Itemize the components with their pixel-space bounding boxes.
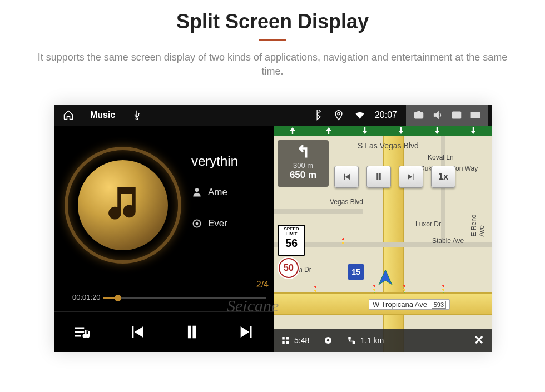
- sim-controls: 1x: [334, 166, 455, 188]
- road: [383, 126, 404, 352]
- svg-point-2: [418, 114, 420, 117]
- svg-point-8: [196, 222, 199, 225]
- app-label: Music: [90, 110, 115, 120]
- track-current[interactable]: verythin: [191, 146, 274, 177]
- poi-label: Luxor Dr: [415, 220, 441, 228]
- traffic-light-icon: [402, 284, 412, 294]
- traffic-light-icon: [341, 237, 351, 247]
- wifi-icon: [354, 109, 366, 121]
- close-app-icon[interactable]: [447, 107, 466, 123]
- street-label: S Las Vegas Blvd: [358, 141, 419, 150]
- lane-strip: [274, 126, 492, 136]
- gps-cursor-icon: [375, 268, 395, 290]
- svg-rect-9: [282, 337, 285, 340]
- turn-distance-1: 300 m: [278, 161, 329, 170]
- clock: 20:07: [375, 110, 397, 120]
- eta[interactable]: 5:48: [274, 329, 316, 352]
- title-underline: [259, 39, 286, 41]
- highway-badge: 50: [279, 258, 299, 278]
- pause-button[interactable]: [175, 318, 209, 346]
- page-title: Split Screen Display: [0, 0, 545, 33]
- music-note-icon: [101, 181, 145, 227]
- traffic-light-icon: [313, 285, 323, 295]
- turn-distance-2: 650 m: [278, 170, 329, 181]
- turn-card: ↰ 300 m 650 m: [278, 140, 329, 187]
- splitscreen-icon[interactable]: [466, 107, 485, 123]
- svg-point-14: [327, 339, 330, 342]
- turn-arrow-icon: ↰: [278, 140, 329, 161]
- traffic-button[interactable]: [316, 329, 340, 352]
- playlist-button[interactable]: [65, 318, 98, 346]
- distance[interactable]: 1.1 km: [340, 329, 390, 352]
- svg-point-6: [195, 188, 199, 192]
- svg-rect-12: [286, 341, 289, 344]
- sim-prev-button[interactable]: [334, 166, 359, 188]
- nav-close-button[interactable]: ✕: [466, 333, 492, 348]
- system-tray: [406, 105, 488, 126]
- location-icon: [333, 109, 345, 121]
- track-counter: 2/4: [256, 280, 269, 290]
- screenshot-icon[interactable]: [409, 107, 428, 123]
- album-art: [65, 147, 181, 264]
- traffic-light-icon: [441, 284, 451, 294]
- usb-icon: [131, 109, 143, 121]
- progress-bar[interactable]: 00:01:20: [72, 293, 266, 303]
- nav-panel[interactable]: ↰ 300 m 650 m S Las Vegas Blvd Koval Ln …: [274, 126, 492, 352]
- interstate-badge: 15: [348, 264, 364, 280]
- svg-rect-5: [472, 112, 476, 118]
- page-subtitle: It supports the same screen display of t…: [0, 51, 545, 78]
- device-frame: Music 20:07: [54, 105, 492, 352]
- sim-speed-button[interactable]: 1x: [431, 166, 455, 188]
- speed-limit-sign: SPEED LIMIT 56: [278, 225, 305, 256]
- road-minor: [274, 209, 363, 214]
- nav-footer: 5:48 1.1 km ✕: [274, 329, 492, 352]
- status-bar: Music 20:07: [54, 105, 492, 126]
- poi-label: E Reno Ave: [470, 209, 485, 237]
- bluetooth-icon: [311, 109, 324, 121]
- prev-button[interactable]: [120, 318, 153, 346]
- track-item[interactable]: Ever: [191, 208, 274, 239]
- svg-rect-15: [349, 337, 351, 340]
- home-icon[interactable]: [62, 109, 75, 121]
- poi-label: Koval Ln: [428, 153, 454, 161]
- poi-label: Stable Ave: [432, 237, 464, 245]
- svg-point-0: [338, 112, 340, 115]
- street-banner: W Tropicana Ave 593: [369, 299, 450, 310]
- svg-rect-11: [286, 337, 289, 340]
- music-controls: [54, 311, 274, 352]
- sim-next-button[interactable]: [399, 166, 423, 188]
- next-button[interactable]: [230, 318, 264, 346]
- sim-pause-button[interactable]: [366, 166, 391, 188]
- track-item[interactable]: Ame: [191, 177, 274, 208]
- poi-label: Vegas Blvd: [330, 198, 363, 206]
- elapsed-time: 00:01:20: [72, 293, 101, 301]
- svg-rect-10: [282, 341, 285, 344]
- music-panel: verythin Ame Ever 2/4 00:01:20: [54, 126, 274, 352]
- track-list: verythin Ame Ever: [191, 146, 274, 239]
- volume-icon[interactable]: [428, 107, 447, 123]
